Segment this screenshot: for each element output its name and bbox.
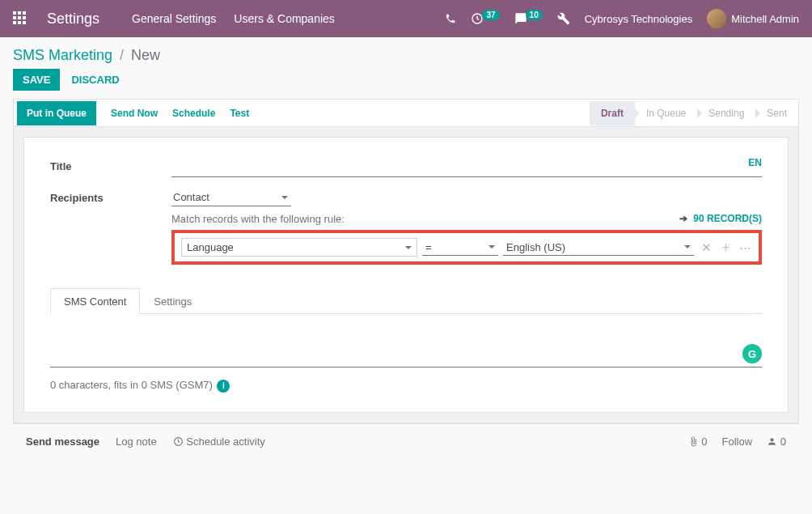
tab-sms-content[interactable]: SMS Content bbox=[50, 288, 140, 314]
nav-users-companies[interactable]: Users & Companies bbox=[234, 12, 335, 25]
title-input[interactable] bbox=[171, 157, 762, 177]
send-message-link[interactable]: Send message bbox=[26, 435, 99, 448]
char-count: 0 characters, fits in 0 SMS (GSM7) i bbox=[50, 379, 762, 393]
status-sent[interactable]: Sent bbox=[755, 101, 798, 125]
schedule-button[interactable]: Schedule bbox=[172, 108, 215, 119]
caret-down-icon bbox=[488, 245, 495, 249]
title-label: Title bbox=[50, 157, 171, 172]
breadcrumb-root[interactable]: SMS Marketing bbox=[13, 47, 112, 63]
status-in-queue[interactable]: In Queue bbox=[635, 101, 697, 125]
user-name: Mitchell Admin bbox=[731, 13, 799, 25]
messages-icon[interactable]: 10 bbox=[514, 12, 543, 25]
rule-operator-select[interactable]: = bbox=[422, 240, 498, 256]
breadcrumb-current: New bbox=[131, 47, 160, 63]
status-draft[interactable]: Draft bbox=[590, 101, 635, 125]
user-menu[interactable]: Mitchell Admin bbox=[707, 9, 799, 28]
activities-badge: 37 bbox=[482, 10, 499, 20]
breadcrumb-sep: / bbox=[120, 47, 124, 63]
more-rule-icon[interactable]: ⋯ bbox=[738, 240, 752, 255]
header-right: 37 10 Cybrosys Technologies Mitchell Adm… bbox=[445, 9, 799, 28]
breadcrumb: SMS Marketing / New bbox=[13, 47, 799, 64]
chatter: Send message Log note Schedule activity … bbox=[13, 423, 799, 459]
debug-icon[interactable] bbox=[557, 12, 570, 25]
recipients-select[interactable]: Contact bbox=[171, 189, 291, 206]
match-records-label: Match records with the following rule: ➔… bbox=[171, 213, 762, 225]
grammarly-icon[interactable]: G bbox=[742, 344, 762, 363]
breadcrumb-bar: SMS Marketing / New bbox=[0, 37, 812, 69]
apps-icon[interactable] bbox=[13, 11, 27, 26]
avatar bbox=[707, 9, 726, 28]
caret-down-icon bbox=[405, 246, 412, 249]
sms-content-input[interactable]: G bbox=[50, 324, 762, 367]
schedule-activity-link[interactable]: Schedule activity bbox=[173, 435, 265, 448]
tab-settings[interactable]: Settings bbox=[140, 288, 205, 314]
rule-value-select[interactable]: English (US) bbox=[503, 240, 694, 256]
company-name[interactable]: Cybrosys Technologies bbox=[585, 13, 692, 25]
follow-button[interactable]: Follow bbox=[722, 435, 753, 448]
statusbar: Put in Queue Send Now Schedule Test Draf… bbox=[13, 99, 799, 126]
nav-general-settings[interactable]: General Settings bbox=[132, 12, 216, 25]
form-wrap: EN Title Recipients Contact Match record… bbox=[13, 126, 799, 423]
send-now-button[interactable]: Send Now bbox=[111, 108, 158, 119]
save-button[interactable]: Save bbox=[13, 69, 60, 91]
messages-badge: 10 bbox=[526, 10, 543, 20]
recipients-value: Contact bbox=[173, 191, 209, 203]
delete-rule-icon[interactable]: ✕ bbox=[699, 240, 713, 255]
app-title: Settings bbox=[47, 11, 99, 28]
rule-field-select[interactable]: Language bbox=[181, 238, 417, 257]
language-toggle[interactable]: EN bbox=[748, 157, 762, 168]
caret-down-icon bbox=[684, 245, 691, 249]
add-rule-icon[interactable]: ＋ bbox=[718, 240, 733, 255]
info-icon[interactable]: i bbox=[217, 380, 230, 393]
attachments-count[interactable]: 0 bbox=[688, 435, 708, 448]
phone-icon[interactable] bbox=[445, 13, 456, 24]
caret-down-icon bbox=[281, 196, 288, 199]
filter-rule-highlight: Language = English (US) ✕ ＋ ⋯ bbox=[171, 230, 762, 265]
test-button[interactable]: Test bbox=[230, 108, 249, 119]
log-note-link[interactable]: Log note bbox=[116, 435, 157, 448]
recipients-label: Recipients bbox=[50, 189, 171, 204]
records-link[interactable]: ➔ 90 RECORD(S) bbox=[679, 213, 762, 224]
discard-button[interactable]: Discard bbox=[71, 74, 119, 86]
put-in-queue-button[interactable]: Put in Queue bbox=[17, 101, 96, 125]
arrow-right-icon: ➔ bbox=[679, 213, 687, 224]
actions-row: Save Discard bbox=[0, 69, 812, 99]
form-sheet: EN Title Recipients Contact Match record… bbox=[23, 137, 789, 413]
followers-count[interactable]: 0 bbox=[767, 435, 786, 448]
activities-icon[interactable]: 37 bbox=[471, 12, 499, 25]
status-sending[interactable]: Sending bbox=[697, 101, 755, 125]
top-header: Settings General Settings Users & Compan… bbox=[0, 0, 812, 37]
tabs: SMS Content Settings bbox=[50, 287, 762, 314]
